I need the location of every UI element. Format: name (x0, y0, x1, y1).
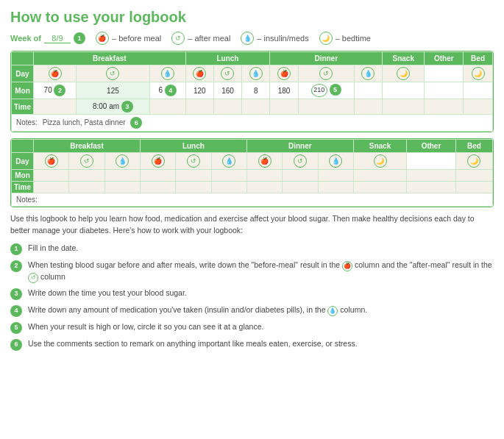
example-table: Breakfast Lunch Dinner Snack Other Bed D… (10, 51, 494, 132)
t2-col-empty (12, 140, 34, 153)
t2-time-l1 (140, 182, 175, 193)
t2-day-other (407, 153, 456, 170)
time-other (425, 99, 464, 115)
mon-l2: 160 (213, 82, 241, 99)
apple-icon-d1: 🍎 (277, 67, 291, 80)
day-cell-l1: 🍎 (185, 65, 213, 82)
t2-time-b2 (69, 182, 104, 193)
t2-mon-other (407, 170, 456, 182)
t2-mon-label: Mon (12, 170, 34, 182)
mon-other (425, 82, 464, 99)
t2-day-d1: 🍎 (246, 153, 282, 170)
t2-day-bed: 🌙 (455, 153, 492, 170)
t2-mon-bed (455, 170, 492, 182)
moon-icon: 🌙 (319, 32, 333, 45)
table-row-time: Time 8:00 am 3 (12, 99, 493, 115)
t2-time-d3 (318, 182, 353, 193)
t2-day-d2: ↺ (283, 153, 318, 170)
time-d3 (354, 99, 382, 115)
mon-d1: 180 (270, 82, 298, 99)
instr-apple-icon: 🍎 (342, 261, 352, 271)
legend-before-meal: 🍎 – before meal (96, 32, 161, 45)
table-row-mon: Mon 70 2 125 6 4 120 160 8 180 210 5 (12, 82, 493, 99)
time-b3 (149, 99, 185, 115)
instr-text-1: Fill in the date. (28, 243, 494, 254)
day-label: Day (12, 65, 34, 82)
col-bed: Bed (464, 52, 493, 65)
mon-snack (383, 82, 425, 99)
t2-notes-prefix: Notes: (16, 196, 38, 204)
t2-mon-l2 (176, 170, 211, 182)
legend-insulin-label: – insulin/meds (257, 34, 308, 43)
mon-l1: 120 (185, 82, 213, 99)
mon-bed (464, 82, 493, 99)
col-lunch: Lunch (185, 52, 270, 65)
legend-insulin: 💧 – insulin/meds (241, 32, 308, 45)
t2-mon-b3 (104, 170, 140, 182)
t2-mon-l1 (140, 170, 175, 182)
t2-col-bed: Bed (455, 140, 492, 153)
t2-day-b1: 🍎 (34, 153, 69, 170)
notes-cell: Notes: Pizza lunch, Pasta dinner 6 (12, 115, 493, 132)
t2-refresh-d2: ↺ (294, 154, 307, 168)
t2-time-d1 (246, 182, 282, 193)
drop-icon: 💧 (241, 32, 254, 45)
t2-refresh-l2: ↺ (187, 154, 200, 168)
t2-drop-l3: 💧 (222, 154, 235, 168)
t2-apple-l1: 🍎 (152, 154, 165, 168)
week-legend-bar: Week of 1 🍎 – before meal ↺ – after meal… (10, 32, 494, 45)
t2-day-l2: ↺ (176, 153, 211, 170)
mon-d2-circled: 210 (311, 84, 327, 97)
t2-day-label: Day (12, 153, 34, 170)
t2-time-label: Time (12, 182, 34, 193)
week-of: Week of 1 (10, 32, 85, 44)
badge-6: 6 (130, 117, 142, 129)
t2-day-snack: 🌙 (353, 153, 406, 170)
instr-text-6: Use the comments section to remark on an… (28, 338, 494, 350)
time-d2 (298, 99, 354, 115)
mon-d2: 210 5 (298, 82, 354, 99)
drop-icon-l3: 💧 (249, 67, 263, 80)
drop-icon-b3: 💧 (161, 67, 174, 80)
instruction-5: 5 When your result is high or low, circl… (10, 321, 494, 334)
week-input[interactable] (44, 34, 71, 43)
badge-1: 1 (74, 32, 85, 44)
table2-header-row: Breakfast Lunch Dinner Snack Other Bed (12, 140, 493, 153)
instruction-1: 1 Fill in the date. (10, 243, 494, 255)
t2-time-snack (353, 182, 406, 193)
t2-mon-b2 (69, 170, 104, 182)
badge-4: 4 (165, 85, 177, 96)
apple-icon-b1: 🍎 (49, 67, 62, 80)
day-cell-b1: 🍎 (34, 65, 77, 82)
instr-badge-1: 1 (10, 243, 22, 255)
day-cell-snack: 🌙 (383, 65, 425, 82)
instr-drop-icon: 💧 (327, 306, 338, 316)
t2-drop-d3: 💧 (329, 154, 342, 168)
t2-refresh-b2: ↺ (80, 154, 93, 168)
time-snack (383, 99, 425, 115)
instructions-intro: Use this logbook to help you learn how f… (10, 213, 494, 237)
instruction-3: 3 Write down the time you test your bloo… (10, 288, 494, 300)
col-empty (12, 52, 34, 65)
time-l1 (185, 99, 213, 115)
t2-apple-b1: 🍎 (45, 154, 58, 168)
moon-icon-bed: 🌙 (472, 67, 485, 80)
t2-time-bed (455, 182, 492, 193)
legend-bedtime: 🌙 – bedtime (319, 32, 371, 45)
t2-day-d3: 💧 (318, 153, 353, 170)
week-label: Week of (10, 34, 41, 43)
day-cell-d1: 🍎 (270, 65, 298, 82)
t2-time-b1 (34, 182, 69, 193)
t2-day-b2: ↺ (69, 153, 104, 170)
blank-table: Breakfast Lunch Dinner Snack Other Bed D… (10, 138, 494, 207)
t2-col-dinner: Dinner (246, 140, 353, 153)
mon-b3: 6 4 (149, 82, 185, 99)
t2-mon-d1 (246, 170, 282, 182)
t2-time-l2 (176, 182, 211, 193)
mon-d3 (354, 82, 382, 99)
col-snack: Snack (383, 52, 425, 65)
instr-text-4: Write down any amount of medication you'… (28, 304, 494, 316)
time-l2 (213, 99, 241, 115)
legend-before-meal-label: – before meal (112, 34, 161, 43)
notes-prefix: Notes: (16, 118, 38, 126)
